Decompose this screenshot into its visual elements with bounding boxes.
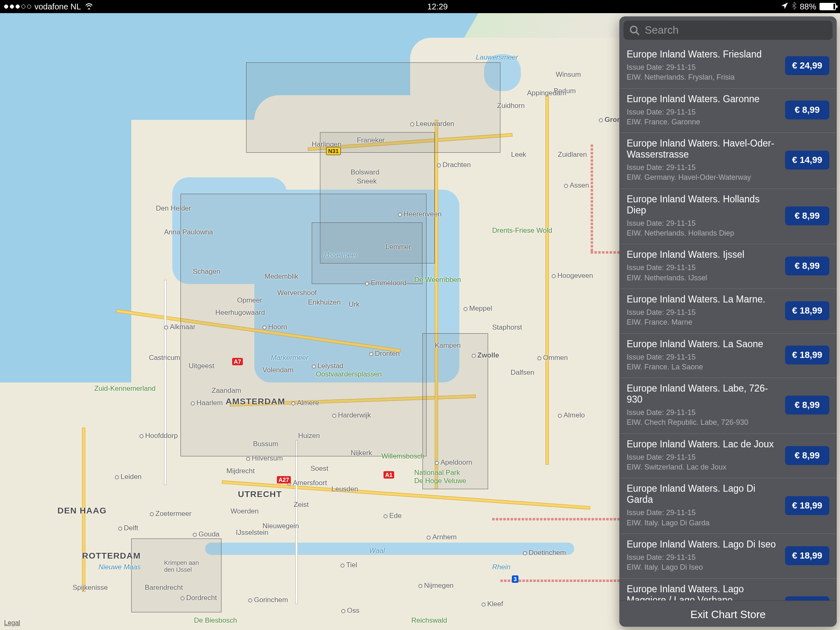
- city-label: Nijkerk: [351, 449, 372, 457]
- chart-item-issue: Issue Date: 29-11-15: [627, 352, 779, 362]
- price-button[interactable]: € 24,99: [785, 56, 829, 75]
- chart-list[interactable]: Europe Inland Waters. FrieslandIssue Dat…: [619, 44, 837, 600]
- chart-item-info: Europe Inland Waters. GaronneIssue Date:…: [627, 94, 779, 127]
- chart-item-desc: EIW. Netherlands. Hollands Diep: [627, 228, 779, 238]
- city-label: Soest: [310, 465, 328, 473]
- chart-item-issue: Issue Date: 29-11-15: [627, 62, 779, 72]
- park-label: Oostvaardersplassen: [316, 370, 382, 378]
- price-button[interactable]: € 8,99: [785, 101, 829, 119]
- chart-item-issue: Issue Date: 29-11-15: [627, 163, 779, 172]
- city-label: Amersfoort: [287, 479, 327, 487]
- chart-item-title: Europe Inland Waters. Lac de Joux: [627, 439, 779, 450]
- battery-icon: [819, 3, 836, 10]
- city-label: Hoofddorp: [139, 432, 178, 440]
- chart-list-item[interactable]: Europe Inland Waters. La SaoneIssue Date…: [619, 334, 837, 378]
- chart-list-item[interactable]: Europe Inland Waters. GaronneIssue Date:…: [619, 89, 837, 133]
- city-label: Doetinchem: [523, 549, 566, 557]
- city-label: Haarlem: [191, 399, 223, 407]
- city-label: UTRECHT: [238, 489, 282, 499]
- price-button[interactable]: € 18,99: [785, 346, 829, 364]
- chart-item-issue: Issue Date: 29-11-15: [627, 307, 779, 317]
- park-label: Drents-Friese Wold: [492, 227, 552, 235]
- price-button[interactable]: € 8,99: [785, 257, 829, 275]
- chart-item-issue: Issue Date: 29-11-15: [627, 508, 779, 518]
- status-left: vodafone NL: [4, 2, 94, 11]
- city-label: Den Helder: [156, 204, 191, 213]
- chart-item-title: Europe Inland Waters. Havel-Oder-Wassers…: [627, 138, 779, 160]
- city-label: Sneek: [357, 177, 377, 186]
- chart-item-desc: EIW. Switzerland. Lac de Joux: [627, 462, 779, 472]
- chart-list-item[interactable]: Europe Inland Waters. Lago Di GardaIssue…: [619, 478, 837, 534]
- water-label: Nieuwe Maas: [98, 563, 141, 571]
- chart-list-item[interactable]: Europe Inland Waters. Lago Di IseoIssue …: [619, 534, 837, 579]
- chart-item-info: Europe Inland Waters. Lago Maggiore / La…: [627, 584, 779, 600]
- chart-item-info: Europe Inland Waters. La Marne.Issue Dat…: [627, 294, 779, 328]
- chart-item-issue: Issue Date: 29-11-15: [627, 408, 779, 417]
- city-label: Spijkenisse: [73, 584, 108, 592]
- water-label: Lauwersmeer: [476, 53, 518, 62]
- city-label: Ommen: [537, 354, 568, 362]
- chart-list-item[interactable]: Europe Inland Waters. FrieslandIssue Dat…: [619, 44, 837, 89]
- chart-item-title: Europe Inland Waters. Friesland: [627, 49, 779, 60]
- exit-chart-store-button[interactable]: Exit Chart Store: [619, 600, 837, 627]
- price-button[interactable]: € 18,99: [785, 301, 829, 320]
- chart-item-desc: EIW. Italy. Lago Di Iseo: [627, 562, 779, 572]
- chart-item-title: Europe Inland Waters. La Saone: [627, 339, 779, 350]
- chart-item-title: Europe Inland Waters. Hollands Diep: [627, 194, 779, 216]
- chart-item-title: Europe Inland Waters. Lago Di Garda: [627, 483, 779, 505]
- city-label: Franeker: [357, 136, 385, 144]
- chart-item-desc: EIW. France. Garonne: [627, 117, 779, 127]
- city-label: Zaandam: [212, 387, 241, 395]
- chart-item-issue: Issue Date: 29-11-15: [627, 552, 779, 562]
- chart-item-info: Europe Inland Waters. Havel-Oder-Wassers…: [627, 138, 779, 183]
- price-button[interactable]: € 18,99: [785, 496, 829, 515]
- search-bar[interactable]: [623, 21, 833, 40]
- city-label: Heerhugowaard: [215, 309, 265, 317]
- bluetooth-icon: [792, 2, 797, 12]
- price-button[interactable]: € 18,99: [785, 596, 829, 600]
- city-label: Assen: [564, 181, 589, 190]
- city-label: Woerden: [231, 507, 259, 515]
- city-label: Zuidlaren: [558, 151, 587, 159]
- price-button[interactable]: € 14,99: [785, 151, 829, 170]
- chart-item-issue: Issue Date: 29-11-15: [627, 218, 779, 228]
- price-button[interactable]: € 8,99: [785, 446, 829, 465]
- water-label: Waal: [369, 547, 385, 555]
- park-label: Reichswald: [411, 616, 447, 625]
- price-button[interactable]: € 8,99: [785, 396, 829, 415]
- price-button[interactable]: € 8,99: [785, 206, 829, 225]
- city-label: IJsselstein: [236, 529, 268, 537]
- city-label: Ede: [383, 512, 402, 520]
- chart-list-item[interactable]: Europe Inland Waters. IjsselIssue Date: …: [619, 244, 837, 289]
- highway-shield: A1: [383, 471, 394, 479]
- legal-link[interactable]: Legal: [4, 619, 20, 627]
- chart-list-item[interactable]: Europe Inland Waters. Havel-Oder-Wassers…: [619, 133, 837, 189]
- chart-list-item[interactable]: Europe Inland Waters. Lago Maggiore / La…: [619, 579, 837, 600]
- chart-item-title: Europe Inland Waters. La Marne.: [627, 294, 779, 305]
- svg-line-1: [636, 32, 639, 35]
- chart-list-item[interactable]: Europe Inland Waters. Lac de JouxIssue D…: [619, 434, 837, 479]
- city-label: Winsum: [556, 71, 581, 79]
- search-input[interactable]: [645, 24, 827, 37]
- chart-item-issue: Issue Date: 29-11-15: [627, 263, 779, 273]
- chart-item-title: Europe Inland Waters. Lago Di Iseo: [627, 539, 779, 550]
- city-label: Gouda: [193, 530, 219, 538]
- price-button[interactable]: € 18,99: [785, 546, 829, 565]
- wifi-icon: [84, 2, 94, 11]
- city-label: Zwolle: [472, 351, 499, 360]
- city-label: Almelo: [558, 411, 585, 419]
- chart-list-item[interactable]: Europe Inland Waters. Labe, 726-930Issue…: [619, 378, 837, 434]
- chart-list-item[interactable]: Europe Inland Waters. Hollands DiepIssue…: [619, 189, 837, 245]
- city-label: Enkhuizen: [308, 298, 340, 307]
- city-label: Leiden: [115, 473, 142, 481]
- city-label: Hilversum: [246, 454, 283, 463]
- city-label: Lelystad: [312, 362, 343, 370]
- city-label: Emmeloord: [365, 279, 406, 287]
- chart-item-title: Europe Inland Waters. Garonne: [627, 94, 779, 105]
- city-label: Apeldoorn: [435, 458, 472, 467]
- city-label: ROTTERDAM: [82, 551, 141, 561]
- chart-list-item[interactable]: Europe Inland Waters. La Marne.Issue Dat…: [619, 289, 837, 334]
- city-label: Harderwijk: [332, 411, 371, 419]
- city-label: Krimpen aan den IJssel: [164, 559, 199, 573]
- chart-item-info: Europe Inland Waters. IjsselIssue Date: …: [627, 249, 779, 283]
